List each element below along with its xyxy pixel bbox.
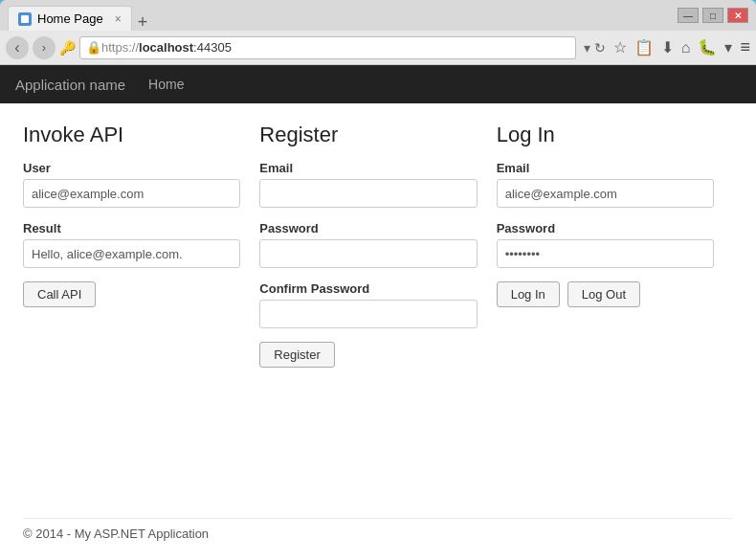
window-controls: — □ ✕: [678, 8, 748, 23]
refresh-icon[interactable]: ↻: [594, 40, 606, 56]
main-sections: Invoke API User Result Hello, alice@exam…: [23, 123, 733, 503]
login-password-group: Password: [497, 221, 714, 268]
app-brand: Application name: [15, 77, 125, 93]
logout-button[interactable]: Log Out: [567, 281, 640, 307]
url-port: :44305: [193, 40, 232, 55]
url-scheme: https://: [101, 40, 139, 55]
menu-button[interactable]: ≡: [740, 37, 750, 57]
back-button[interactable]: ‹: [6, 36, 29, 59]
toolbar-icons: ☆ 📋 ⬇ ⌂ 🐛 ▾: [613, 38, 733, 56]
invoke-api-section: Invoke API User Result Hello, alice@exam…: [23, 123, 259, 503]
result-field-group: Result Hello, alice@example.com.: [23, 221, 240, 268]
url-lock-icon: 🔒: [86, 40, 101, 55]
user-label: User: [23, 161, 240, 175]
active-tab[interactable]: Home Page ×: [8, 6, 132, 31]
user-input[interactable]: [23, 179, 240, 208]
more-dropdown-icon[interactable]: ▾: [724, 38, 732, 56]
url-bar[interactable]: 🔒 https://localhost:44305: [79, 36, 576, 59]
call-api-button[interactable]: Call API: [23, 281, 96, 307]
result-box: Hello, alice@example.com.: [23, 239, 240, 268]
address-bar: ‹ › 🔑 🔒 https://localhost:44305 ▾ ↻ ☆ 📋 …: [0, 31, 756, 65]
minimize-button[interactable]: —: [678, 8, 699, 23]
new-tab-button[interactable]: +: [138, 13, 148, 31]
footer-text: © 2014 - My ASP.NET Application: [23, 526, 209, 541]
register-heading: Register: [259, 123, 477, 147]
browser-window: Home Page × + — □ ✕ ‹ › 🔑 🔒 https://loca…: [0, 0, 756, 560]
extensions-icon[interactable]: 🐛: [698, 38, 717, 56]
register-email-group: Email: [259, 161, 477, 208]
url-host: localhost: [139, 40, 193, 55]
tab-close-button[interactable]: ×: [115, 12, 122, 26]
footer: © 2014 - My ASP.NET Application: [23, 518, 733, 541]
login-password-input[interactable]: [497, 239, 714, 268]
maximize-button[interactable]: □: [702, 8, 723, 23]
tabs-area: Home Page × +: [8, 0, 147, 31]
login-button[interactable]: Log In: [497, 281, 560, 307]
key-icon: 🔑: [59, 40, 76, 56]
login-email-input[interactable]: [497, 179, 714, 208]
register-confirm-group: Confirm Password: [259, 281, 477, 328]
forward-button[interactable]: ›: [33, 36, 56, 59]
title-bar: Home Page × + — □ ✕: [0, 0, 756, 31]
register-email-input[interactable]: [259, 179, 477, 208]
result-label: Result: [23, 221, 240, 235]
dropdown-icon[interactable]: ▾: [584, 40, 590, 56]
app-navbar: Application name Home: [0, 65, 756, 103]
register-password-group: Password: [259, 221, 477, 268]
register-confirm-label: Confirm Password: [259, 281, 477, 296]
login-email-label: Email: [497, 161, 714, 175]
star-icon[interactable]: ☆: [613, 38, 627, 56]
register-password-label: Password: [259, 221, 477, 235]
register-section: Register Email Password Confirm Password…: [259, 123, 496, 503]
download-icon[interactable]: ⬇: [661, 38, 674, 56]
nav-link-home[interactable]: Home: [148, 77, 184, 92]
close-window-button[interactable]: ✕: [727, 8, 748, 23]
invoke-api-heading: Invoke API: [23, 123, 240, 147]
login-buttons-row: Log In Log Out: [497, 281, 714, 307]
register-confirm-input[interactable]: [259, 300, 477, 328]
page-content: Invoke API User Result Hello, alice@exam…: [0, 103, 756, 560]
register-email-label: Email: [259, 161, 477, 175]
register-button[interactable]: Register: [259, 342, 334, 368]
login-section: Log In Email Password Log In Log Out: [497, 123, 733, 503]
tab-title: Home Page: [37, 11, 103, 26]
tab-favicon: [18, 12, 32, 26]
login-heading: Log In: [497, 123, 714, 147]
url-controls: ▾ ↻: [584, 40, 606, 56]
register-password-input[interactable]: [259, 239, 477, 268]
home-icon[interactable]: ⌂: [681, 39, 691, 56]
login-password-label: Password: [497, 221, 714, 235]
user-field-group: User: [23, 161, 240, 208]
login-email-group: Email: [497, 161, 714, 208]
clipboard-icon[interactable]: 📋: [634, 38, 654, 56]
